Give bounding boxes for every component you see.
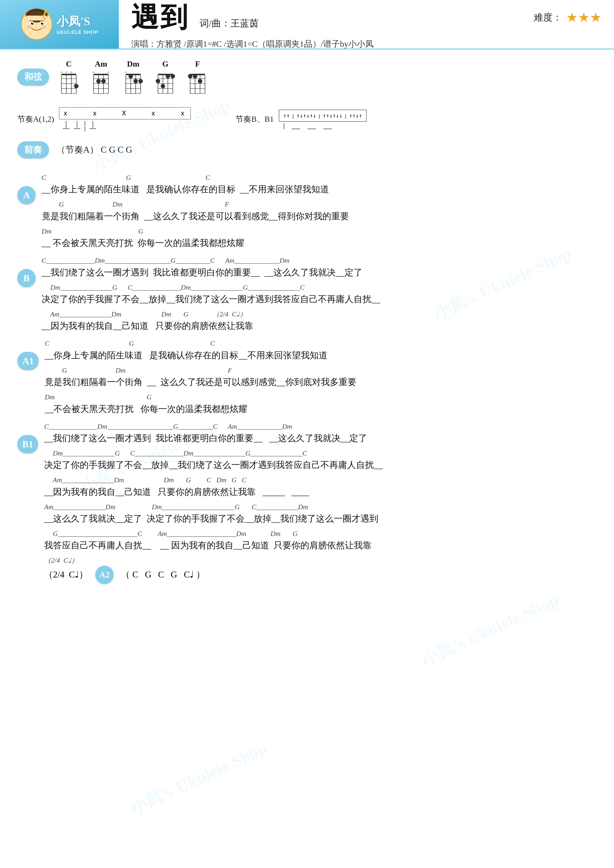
section-B-badge: B <box>17 269 36 287</box>
B1-lyric-5: 我答应自己不再庸人自扰__ __ 因为我有的我自__己知道 只要你的肩膀依然让我… <box>44 539 597 552</box>
difficulty-area: 难度： ★★★ <box>534 10 602 25</box>
chord-diagrams: C o o o <box>59 59 207 95</box>
B1-chord-2: Dm_______________G C______________Dm____… <box>44 449 597 458</box>
A-lyric-3: __ 不会被天黑天亮打扰 你每一次的温柔我都想炫耀 <box>42 236 597 250</box>
section-A1-badge: A1 <box>17 352 39 370</box>
watermark-4: 小凤's Ukulele Shop <box>417 588 562 672</box>
A-lyric-2: 竟是我们粗隔着一个街角 __这么久了我还是可以看到感觉__得到你对我的重要 <box>42 209 597 223</box>
B1-24-text: （2/4 C♩） <box>44 569 88 581</box>
B1-final-chords: （ C G C G C♩ ） <box>121 569 205 581</box>
A2-badge: A2 <box>95 566 113 584</box>
B-chord-2: Dm_______________G C______________Dm____… <box>42 283 597 292</box>
main-content: 和弦 C o <box>0 50 614 596</box>
svg-point-50 <box>134 79 138 84</box>
logo-name: 小凤'S <box>57 14 98 29</box>
svg-text:o: o <box>125 70 126 74</box>
rhythm-beat-marks <box>63 121 96 132</box>
header: 小凤'S UKULELE SHOP 遇到 词/曲：王蓝茵 难度： ★★★ 演唱：… <box>0 0 614 50</box>
section-A-content: C G C __你身上专属的陌生味道 是我确认你存在的目标 __不用来回张望我知… <box>42 173 597 254</box>
A-chord-3: Dm G <box>42 227 597 236</box>
svg-rect-39 <box>126 74 141 75</box>
svg-point-7 <box>32 22 33 23</box>
page-wrapper: 小凤's Ukulele Shop 小凤's Ukulele Shop 小凤's… <box>0 0 614 868</box>
song-title: 遇到 <box>131 0 190 36</box>
title-block: 遇到 词/曲：王蓝茵 难度： ★★★ 演唱：方雅贤 /原调1=#C /选调1=C… <box>119 0 614 48</box>
B1-chord-3: Am_______________Dm Dm G C Dm G C <box>44 476 597 485</box>
svg-point-51 <box>138 79 143 84</box>
rhythm-BB1-group: 节奏B、B1 ↑↑ | ↑↓↑↓↑↓ | ↑↑↓↑↓↓ | ↑↑↓↑ <box>235 110 367 129</box>
section-A-row: A C G C __你身上专属的陌生味道 是我确认你存在的目标 __不用来回张望… <box>17 173 597 254</box>
prelude-row: 前奏 （节奏A） C G C G <box>17 141 597 158</box>
prelude-label: 前奏 <box>17 141 49 158</box>
svg-point-38 <box>101 79 106 84</box>
section-B1-content: C______________Dm___________________G___… <box>44 422 597 584</box>
section-A1-row: A1 C G C __你身上专属的陌生味道 是我确认你存在的目标__不用来回张望… <box>17 339 597 419</box>
A-chord-1: C G C <box>42 173 597 182</box>
chord-Am: Am o o <box>91 59 111 95</box>
chord-F: F <box>188 59 207 95</box>
rhythm-row: 节奏A(1,2) x x X x x <box>17 107 597 132</box>
composer-text: 词/曲：王蓝茵 <box>199 17 259 30</box>
chord-F-svg <box>188 70 207 95</box>
svg-point-10 <box>42 25 47 28</box>
svg-rect-26 <box>93 74 109 75</box>
B1-final-row: （2/4 C♩） A2 （ C G C G C♩ ） <box>44 566 597 584</box>
rhythm-A12-label: 节奏A(1,2) <box>17 114 54 125</box>
title-left: 遇到 词/曲：王蓝茵 <box>131 0 259 36</box>
section-B1-badge: B1 <box>17 435 38 453</box>
B1-lyric-4: __这么久了我就决__定了 决定了你的手我握了不会__放掉__我们绕了这么一圈才… <box>44 512 597 525</box>
logo-avatar <box>20 8 53 40</box>
subtitle-text: 演唱：方雅贤 /原调1=#C /选调1=C（唱原调夹1品）/谱子by小小凤 <box>131 38 602 50</box>
section-B-content: C______________Dm___________________G___… <box>42 256 597 336</box>
svg-point-62 <box>161 84 165 88</box>
B1-lyric-3: __因为我有的我自__己知道 只要你的肩膀依然让我靠 _____ ____ <box>44 485 597 499</box>
svg-point-9 <box>27 25 32 28</box>
prelude-text: （节奏A） C G C G <box>56 144 132 156</box>
B1-lyric-2: 决定了你的手我握了不会__放掉__我们绕了这么一圈才遇到我答应自己不再庸人自扰_… <box>44 458 597 471</box>
B1-chord-4: Am_______________Dm Dm__________________… <box>44 502 597 512</box>
A1-lyric-1: __你身上专属的陌生味道 是我确认你存在的目标__不用来回张望我知道 <box>45 349 597 362</box>
svg-point-64 <box>171 74 175 78</box>
logo-ukulele: UKULELE SHOP <box>57 29 98 35</box>
chord-Dm-svg: o <box>123 70 143 95</box>
rhythm-BB1-label: 节奏B、B1 <box>235 114 274 125</box>
difficulty-label: 难度： <box>534 11 562 24</box>
svg-rect-65 <box>190 74 205 75</box>
rhythm-A12-pattern: x x X x x <box>59 107 191 132</box>
svg-text:o: o <box>108 70 109 74</box>
svg-point-76 <box>198 79 202 84</box>
A1-lyric-3: __不会被天黑天亮打扰 你每一次的温柔我都想炫耀 <box>45 402 597 416</box>
A-chord-2: G Dm F <box>42 200 597 209</box>
chords-row: 和弦 C o <box>17 59 597 95</box>
section-B1-row: B1 C______________Dm___________________G… <box>17 422 597 584</box>
B-lyric-3: __因为我有的我自__己知道 只要你的肩膀依然让我靠 <box>42 319 597 333</box>
chord-Am-svg: o o <box>91 70 111 95</box>
svg-point-75 <box>193 74 197 78</box>
B1-chord-5: G_______________________C Am____________… <box>44 529 597 538</box>
svg-rect-13 <box>61 74 76 75</box>
chords-label: 和弦 <box>17 68 49 85</box>
svg-text:o: o <box>93 70 94 74</box>
A1-chord-1: C G C <box>45 339 597 348</box>
chord-C-svg: o o o <box>59 70 79 95</box>
logo-area: 小凤'S UKULELE SHOP <box>0 0 119 48</box>
B1-lyric-1: __我们绕了这么一圈才遇到 我比谁都更明白你的重要__ __这么久了我就决__定… <box>44 431 597 445</box>
B1-chord-1: C______________Dm___________________G___… <box>44 422 597 431</box>
B-chord-1: C______________Dm___________________G___… <box>42 256 597 265</box>
chord-G: G <box>155 59 175 95</box>
section-A-badge: A <box>17 186 36 205</box>
svg-text:o: o <box>71 70 72 74</box>
A1-lyric-2: 竟是我们粗隔着一个街角 __ 这么久了我还是可以感到感觉__你到底对我多重要 <box>45 375 597 389</box>
svg-point-74 <box>188 74 192 78</box>
svg-point-49 <box>129 74 133 78</box>
chord-C: C o o o <box>59 59 79 95</box>
section-A1-content: C G C __你身上专属的陌生味道 是我确认你存在的目标__不用来回张望我知道… <box>45 339 597 419</box>
A-lyric-1: __你身上专属的陌生味道 是我确认你存在的目标 __不用来回张望我知道 <box>42 183 597 196</box>
watermark-5: 小凤's Ukulele Shop <box>126 736 271 821</box>
B1-chord-6: （2/4 C♩） <box>44 556 597 565</box>
B-chord-3: Am_______________Dm Dm G （2/4 C♩） <box>42 310 597 319</box>
svg-point-8 <box>42 22 43 23</box>
A1-chord-3: Dm G <box>45 393 597 401</box>
svg-rect-52 <box>158 74 173 75</box>
title-first-row: 遇到 词/曲：王蓝茵 难度： ★★★ <box>131 0 602 36</box>
